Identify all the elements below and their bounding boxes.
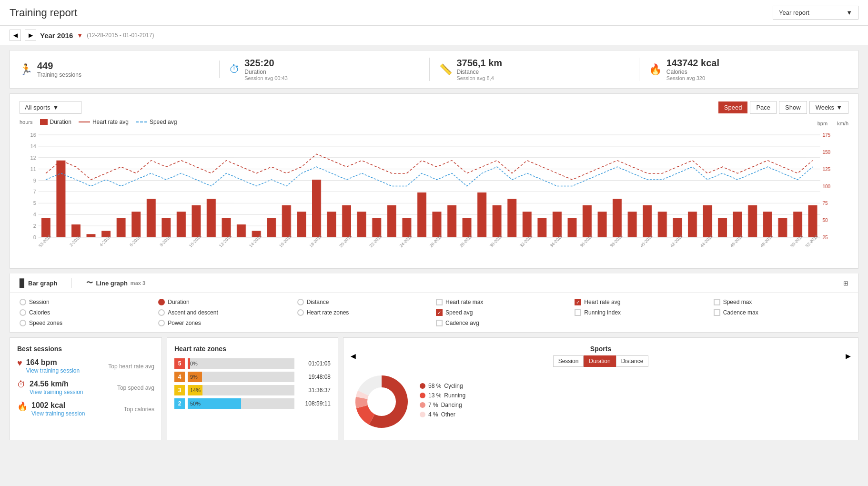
zone-row: 2 50% 108:59:11 <box>174 398 331 409</box>
kmh-label: km/h <box>837 121 848 126</box>
checkbox-item[interactable]: Running index <box>575 309 709 316</box>
best-icon: ♥ <box>17 358 22 368</box>
checkbox-label: Speed max <box>723 299 752 305</box>
checkbox[interactable] <box>436 299 443 305</box>
year-dropdown-arrow[interactable]: ▼ <box>77 32 83 39</box>
checkbox-item[interactable]: Session <box>20 299 154 305</box>
year-report-label: Year report <box>779 9 809 16</box>
checkbox-item[interactable]: Calories <box>20 309 154 316</box>
year-report-dropdown[interactable]: Year report ▼ <box>773 6 858 20</box>
speed-button[interactable]: Speed <box>718 101 748 113</box>
radio-button[interactable] <box>297 299 304 305</box>
legend-speed-avg: Speed avg <box>136 119 177 125</box>
zone-bar-fill: 50% <box>188 398 241 409</box>
show-button[interactable]: Show <box>779 101 807 114</box>
checkbox-label: Calories <box>29 309 50 316</box>
zone-bar-container: 9% <box>188 372 294 382</box>
checkbox[interactable]: ✓ <box>575 299 581 305</box>
best-session-item: 🔥 1002 kcal View training session Top ca… <box>17 401 154 417</box>
stat-sessions-label: Training sessions <box>37 71 81 78</box>
checkbox-item[interactable]: Heart rate zones <box>297 309 432 316</box>
radio-button[interactable] <box>20 299 26 305</box>
stats-row: 🏃 449 Training sessions ⏱ 325:20 Duratio… <box>10 50 858 89</box>
zone-bar-fill: 14% <box>188 385 202 395</box>
checkbox-item[interactable]: Cadence max <box>714 309 848 316</box>
header: Training report Year report ▼ <box>0 0 868 26</box>
graph-type-row: ▊ Bar graph 〜 Line graph max 3 ⊞ <box>20 278 848 288</box>
checkbox-item[interactable]: Distance <box>297 299 432 305</box>
radio-button[interactable] <box>20 309 26 316</box>
zone-time: 108:59:11 <box>297 400 331 407</box>
sports-next-button[interactable]: ▶ <box>846 352 851 360</box>
next-year-button[interactable]: ▶ <box>25 30 36 41</box>
sports-tab[interactable]: Distance <box>616 355 649 367</box>
checkbox-item[interactable]: Cadence avg <box>436 320 571 326</box>
radio-button[interactable] <box>158 309 165 316</box>
date-range: (12-28-2015 - 01-01-2017) <box>87 32 154 39</box>
best-icon: 🔥 <box>17 401 28 412</box>
filter-icon[interactable]: ⊞ <box>843 280 848 287</box>
sports-prev-button[interactable]: ◀ <box>351 352 356 360</box>
chart-legend: hours Duration Heart rate avg Speed avg <box>20 119 177 125</box>
best-value: 1002 kcal <box>31 401 85 410</box>
legend-duration: Duration <box>40 119 71 125</box>
checkbox-label: Power zones <box>168 320 201 326</box>
zone-number: 3 <box>174 385 185 395</box>
sports-legend-item: 58 % Cycling <box>420 383 465 389</box>
radio-button[interactable] <box>158 299 165 305</box>
calories-icon: 🔥 <box>649 63 662 76</box>
prev-year-button[interactable]: ◀ <box>10 30 21 41</box>
bar-graph-label: ▊ Bar graph <box>20 279 57 288</box>
line-graph-icon: 〜 <box>86 279 93 287</box>
zone-time: 19:48:08 <box>297 374 331 380</box>
view-training-link[interactable]: View training session <box>30 389 83 395</box>
sports-color-dot <box>420 393 425 398</box>
checkbox-label: Speed avg <box>445 309 473 316</box>
view-training-link[interactable]: View training session <box>31 410 85 417</box>
stat-distance-label: Distance <box>457 69 503 75</box>
pace-button[interactable]: Pace <box>750 101 777 114</box>
checkbox[interactable] <box>575 309 581 316</box>
checkbox[interactable] <box>714 299 720 305</box>
view-training-link[interactable]: View training session <box>26 367 80 374</box>
checkbox[interactable]: ✓ <box>436 309 443 316</box>
sports-select[interactable]: All sports ▼ <box>20 101 81 114</box>
best-value: 164 bpm <box>26 358 80 367</box>
donut-canvas <box>351 371 413 433</box>
checkbox-item[interactable]: Duration <box>158 299 293 305</box>
zone-bar-container: 0% <box>188 358 294 369</box>
legend-speed-avg-label: Speed avg <box>150 119 177 125</box>
hr-zones-title: Heart rate zones <box>174 345 331 353</box>
radio-button[interactable] <box>20 320 26 326</box>
training-icon: 🏃 <box>20 63 32 76</box>
zone-row: 3 14% 31:36:37 <box>174 385 331 395</box>
sports-tab[interactable]: Session <box>553 355 584 367</box>
checkbox-item[interactable]: ✓Heart rate avg <box>575 299 709 305</box>
checkbox-label: Cadence avg <box>445 320 479 326</box>
stat-calories-label: Calories <box>666 69 719 75</box>
checkbox[interactable] <box>436 320 443 326</box>
checkbox-item[interactable]: Power zones <box>158 320 293 326</box>
chart-controls: All sports ▼ Speed Pace Show Weeks ▼ <box>20 101 848 114</box>
sports-percent: 4 % <box>428 411 438 418</box>
checkbox-item[interactable]: Ascent and descent <box>158 309 293 316</box>
checkbox-item[interactable]: ✓Speed avg <box>436 309 571 316</box>
radio-button[interactable] <box>297 309 304 316</box>
checkbox-item[interactable]: Speed zones <box>20 320 154 326</box>
sports-label: Other <box>441 411 455 418</box>
stat-calories: 🔥 143742 kcal Calories Session avg 320 <box>639 58 848 81</box>
line-graph-text: Line graph <box>96 280 127 287</box>
checkbox-label: Duration <box>168 299 189 305</box>
weeks-button[interactable]: Weeks ▼ <box>809 101 848 114</box>
checkbox-item[interactable]: Speed max <box>714 299 848 305</box>
nav-bar: ◀ ▶ Year 2016 ▼ (12-28-2015 - 01-01-2017… <box>0 26 868 45</box>
sports-tab[interactable]: Duration <box>584 355 616 367</box>
sports-label: Dancing <box>441 402 462 408</box>
radio-button[interactable] <box>158 320 165 326</box>
chart-buttons: Speed Pace Show Weeks ▼ <box>718 101 848 114</box>
checkbox-item[interactable]: Heart rate max <box>436 299 571 305</box>
donut-chart <box>351 371 413 433</box>
stat-duration-sub: Session avg 00:43 <box>244 75 288 81</box>
checkbox[interactable] <box>714 309 720 316</box>
weeks-label: Weeks <box>816 104 835 111</box>
